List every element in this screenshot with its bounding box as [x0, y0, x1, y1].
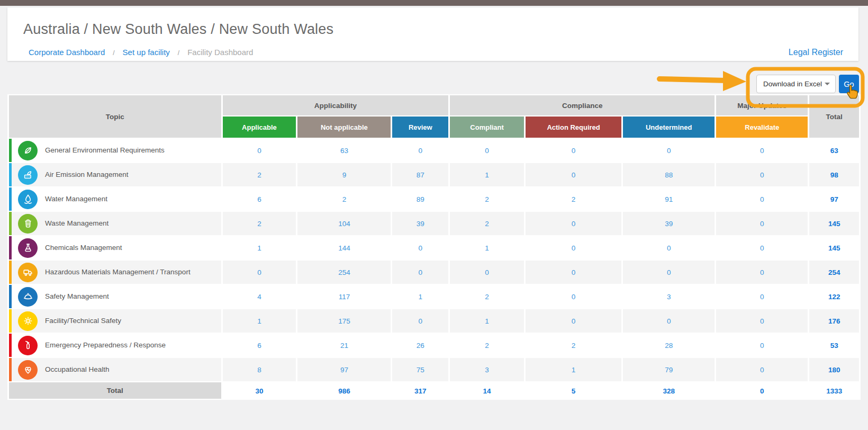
row-total-cell: 98	[809, 163, 859, 186]
count-link[interactable]: 1	[257, 317, 261, 325]
heart-pulse-icon	[18, 360, 38, 380]
count-link[interactable]: 0	[760, 147, 764, 155]
breadcrumb-item[interactable]: Corporate Dashboard	[29, 48, 105, 57]
download-format-select[interactable]: Download in Excel	[756, 75, 836, 93]
count-link[interactable]: 39	[665, 220, 673, 228]
count-link[interactable]: 2	[572, 195, 576, 203]
count-link[interactable]: 1	[419, 293, 423, 301]
count-link[interactable]: 0	[419, 268, 423, 276]
count-link[interactable]: 0	[760, 366, 764, 374]
count-link[interactable]: 144	[338, 244, 350, 252]
count-link[interactable]: 97	[340, 366, 348, 374]
count-link[interactable]: 0	[667, 147, 671, 155]
count-link[interactable]: 0	[667, 268, 671, 276]
count-link[interactable]: 8	[257, 366, 261, 374]
row-total-link[interactable]: 180	[828, 366, 840, 374]
count-link[interactable]: 87	[417, 171, 424, 179]
count-link[interactable]: 6	[257, 342, 261, 350]
row-total-link[interactable]: 53	[830, 342, 838, 350]
count-link[interactable]: 2	[485, 220, 489, 228]
count-link[interactable]: 1	[257, 244, 261, 252]
count-link[interactable]: 0	[419, 147, 423, 155]
count-link[interactable]: 89	[417, 195, 424, 203]
count-link[interactable]: 63	[340, 147, 348, 155]
column-total-link[interactable]: 30	[255, 387, 263, 395]
count-link[interactable]: 2	[257, 220, 261, 228]
count-link[interactable]: 0	[572, 171, 576, 179]
column-total-link[interactable]: 14	[483, 387, 491, 395]
count-link[interactable]: 21	[340, 342, 348, 350]
count-link[interactable]: 79	[665, 366, 673, 374]
count-link[interactable]: 2	[485, 293, 489, 301]
count-link[interactable]: 2	[572, 342, 576, 350]
column-total-link[interactable]: 5	[572, 387, 576, 395]
count-link[interactable]: 117	[339, 293, 350, 301]
row-total-link[interactable]: 254	[828, 268, 840, 276]
table-row: Waste Management21043920390145	[9, 212, 859, 235]
table-row: Occupational Health8977531790180	[9, 358, 859, 381]
count-link[interactable]: 0	[572, 268, 576, 276]
column-total-link[interactable]: 317	[414, 387, 427, 395]
count-link[interactable]: 0	[419, 317, 423, 325]
count-link[interactable]: 2	[485, 195, 489, 203]
count-link[interactable]: 0	[667, 244, 671, 252]
count-link[interactable]: 88	[665, 171, 673, 179]
row-total-link[interactable]: 63	[830, 147, 838, 155]
count-link[interactable]: 0	[667, 317, 671, 325]
column-total-link[interactable]: 0	[760, 387, 764, 395]
count-link[interactable]: 0	[257, 147, 261, 155]
count-link[interactable]: 3	[667, 293, 671, 301]
grand-total-link[interactable]: 1333	[826, 387, 842, 395]
hard-hat-icon	[18, 287, 38, 307]
count-link[interactable]: 0	[760, 195, 764, 203]
count-link[interactable]: 0	[485, 147, 489, 155]
count-link[interactable]: 0	[572, 147, 576, 155]
count-link[interactable]: 3	[485, 366, 489, 374]
count-link[interactable]: 0	[572, 317, 576, 325]
count-link[interactable]: 0	[760, 268, 764, 276]
count-link[interactable]: 0	[572, 293, 576, 301]
count-link[interactable]: 0	[760, 317, 764, 325]
count-link[interactable]: 1	[485, 317, 489, 325]
count-link[interactable]: 2	[485, 342, 489, 350]
count-link[interactable]: 1	[485, 171, 489, 179]
row-total-link[interactable]: 97	[830, 195, 838, 203]
count-link[interactable]: 2	[342, 195, 347, 203]
count-link[interactable]: 175	[338, 317, 350, 325]
count-link[interactable]: 91	[665, 195, 673, 203]
column-total-link[interactable]: 986	[338, 387, 350, 395]
row-total-link[interactable]: 98	[830, 171, 838, 179]
count-link[interactable]: 39	[417, 220, 424, 228]
count-link[interactable]: 0	[572, 220, 576, 228]
breadcrumb-item[interactable]: Set up facility	[123, 48, 170, 57]
column-total-link[interactable]: 328	[663, 387, 675, 395]
count-link[interactable]: 0	[760, 342, 764, 350]
count-link[interactable]: 26	[417, 342, 424, 350]
count-link[interactable]: 4	[257, 293, 261, 301]
count-link[interactable]: 0	[257, 268, 261, 276]
count-link[interactable]: 1	[572, 366, 576, 374]
count-link[interactable]: 0	[760, 244, 764, 252]
count-link[interactable]: 2	[257, 171, 261, 179]
count-link[interactable]: 0	[572, 244, 576, 252]
count-link[interactable]: 9	[342, 171, 347, 179]
count-link[interactable]: 0	[760, 293, 764, 301]
count-link[interactable]: 104	[338, 220, 350, 228]
row-total-link[interactable]: 145	[828, 220, 840, 228]
count-link[interactable]: 0	[485, 268, 489, 276]
row-total-link[interactable]: 145	[828, 244, 840, 252]
count-link[interactable]: 28	[665, 342, 673, 350]
count-link[interactable]: 6	[257, 195, 261, 203]
count-cell: 39	[392, 212, 448, 235]
go-button[interactable]: Go	[839, 75, 859, 93]
count-link[interactable]: 0	[760, 220, 764, 228]
count-link[interactable]: 75	[417, 366, 424, 374]
topic-label: General Environmental Requirements	[45, 146, 165, 155]
count-link[interactable]: 0	[760, 171, 764, 179]
count-link[interactable]: 1	[485, 244, 489, 252]
row-total-link[interactable]: 176	[828, 317, 840, 325]
row-total-link[interactable]: 122	[828, 293, 840, 301]
count-link[interactable]: 0	[419, 244, 423, 252]
count-link[interactable]: 254	[338, 268, 350, 276]
legal-register-link[interactable]: Legal Register	[789, 48, 843, 57]
